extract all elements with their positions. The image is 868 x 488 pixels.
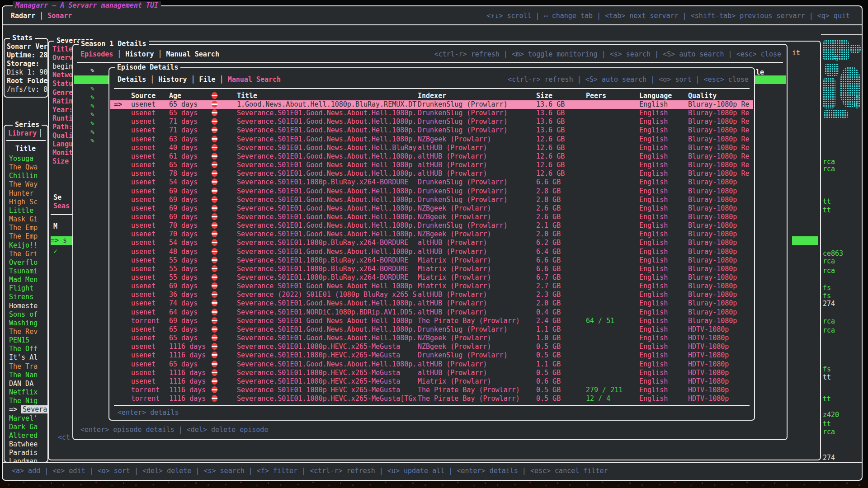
release-row[interactable]: usenet 78 days Severance.S01E01.Good.New… — [110, 169, 753, 178]
series-list-item[interactable]: DAN DA — [9, 380, 33, 388]
release-row[interactable]: usenet 65 days Severance.S01E01.Good.New… — [110, 334, 753, 343]
tab-library[interactable]: Library — [8, 129, 37, 137]
release-row[interactable]: usenet 54 days Severance.S01E01.1080p.Bl… — [110, 239, 753, 247]
tab-episodes[interactable]: Episodes — [80, 50, 113, 58]
release-row[interactable]: usenet 65 days Severance.S01E01.Good.New… — [110, 109, 753, 117]
series-list-item[interactable]: Keijo!! — [9, 241, 38, 250]
tab-history[interactable]: History — [158, 75, 187, 84]
tab-details[interactable]: Details — [118, 75, 146, 84]
series-list-item[interactable]: Sirens — [9, 293, 33, 301]
series-list-item[interactable]: Mad Men — [9, 276, 38, 284]
rejected-icon — [212, 317, 217, 324]
tab-manual-search[interactable]: Manual Search — [228, 75, 281, 84]
release-row[interactable]: torrent 69 days Severance S01E01 Good Ne… — [110, 317, 753, 325]
tab-separator: │ — [146, 75, 158, 84]
series-list-item[interactable]: The Nan — [9, 371, 38, 380]
release-row[interactable]: usenet 69 days Severance.S01E01.Good.New… — [110, 204, 753, 213]
series-list: YosugaThe QwaChillinThe WayHunterHigh Sc… — [5, 155, 47, 462]
series-list-item[interactable]: It's Al — [9, 353, 38, 362]
series-field-label: Langu — [52, 140, 74, 149]
release-row[interactable]: usenet 54 days Severance.S01E01.1080p.Bl… — [110, 178, 753, 187]
tab-radarr[interactable]: Radarr — [11, 12, 35, 20]
release-row[interactable]: => usenet 65 days 1.Good.News.About.Hell… — [110, 100, 753, 109]
series-list-item[interactable]: The Qwa — [9, 163, 38, 172]
series-list-item[interactable]: Chillin — [9, 172, 38, 180]
release-row[interactable]: usenet 36 days Severance (2022) S01E01 (… — [110, 291, 753, 299]
release-row[interactable]: usenet 61 days Severance.S01E01.Good.New… — [110, 152, 753, 161]
column-header-rejected — [212, 92, 217, 100]
release-row[interactable]: usenet 71 days Severance.S01E01.Good.New… — [110, 126, 753, 135]
series-list-item[interactable]: Sons of — [9, 310, 38, 319]
selected-season-row-fragment[interactable]: => s — [51, 236, 74, 245]
release-row[interactable]: usenet 65 days Severance.S01E01 Good New… — [110, 161, 753, 169]
rejected-icon — [212, 161, 217, 168]
series-list-item[interactable]: The Tra — [9, 362, 38, 371]
edit-text-fragment: it — [792, 49, 800, 57]
release-row[interactable]: usenet 69 days Severance.S01E01.Good.New… — [110, 196, 753, 204]
tab-separator: │ — [154, 50, 166, 58]
series-list-item[interactable]: Homeste — [9, 302, 38, 310]
series-list-item[interactable]: Paradis — [9, 449, 38, 457]
series-list-item[interactable]: The Gri — [9, 250, 38, 258]
series-list-item[interactable]: High Sc — [9, 198, 38, 206]
series-list-item[interactable]: Altered — [9, 432, 38, 440]
release-row[interactable]: usenet 1116 days Severance.S01E01.1080p.… — [110, 369, 753, 377]
release-row[interactable]: usenet 64 days Severance.S01E01.NORDiC.1… — [110, 308, 753, 317]
series-list-item[interactable]: The Way — [9, 180, 38, 189]
series-list-item[interactable]: Netflix — [9, 388, 38, 397]
series-list-item[interactable]: Landman — [9, 457, 38, 462]
series-list-item[interactable]: Hunter — [9, 189, 33, 198]
release-row[interactable]: usenet 63 days Severance.S01E01.Good.New… — [110, 135, 753, 144]
series-list-item[interactable]: Batwhee — [9, 440, 38, 449]
release-row[interactable]: usenet 55 days Severance.S01E01.1080p.Bl… — [110, 265, 753, 273]
release-row[interactable]: usenet 70 days Severance.S01E01.Good.New… — [110, 221, 753, 230]
release-row[interactable]: usenet 69 days Severance S01E01 Good New… — [110, 282, 753, 291]
series-list-item[interactable]: Mask Gi — [9, 215, 38, 224]
release-row[interactable]: usenet 69 days Severance.S01E01.Good.New… — [110, 213, 753, 221]
series-list-item[interactable]: Washing — [9, 319, 38, 328]
release-row[interactable]: usenet 40 days Severance.S01E01.Good.New… — [110, 144, 753, 152]
series-list-item[interactable]: Flight — [9, 284, 33, 293]
series-list-item[interactable]: Tsunami — [9, 267, 38, 276]
series-list-item[interactable]: The Emp — [9, 232, 38, 241]
tab-file[interactable]: File — [199, 75, 216, 84]
series-list-item[interactable]: Overflo — [9, 258, 38, 267]
series-list-item[interactable]: The Emp — [9, 224, 38, 232]
series-list-item-selected[interactable]: => Severan — [9, 405, 47, 414]
release-row[interactable]: usenet 48 days Severance.S01E01.Good.New… — [110, 248, 753, 256]
rejected-icon — [212, 274, 217, 281]
monitored-icon: ✎ — [90, 93, 99, 102]
series-list-item[interactable]: PEN15 — [9, 336, 29, 345]
stat-line: Sonarr Ver — [7, 42, 47, 51]
tab-sonarr[interactable]: Sonarr — [47, 12, 72, 20]
series-list-item[interactable]: The Rev — [9, 328, 38, 336]
release-row[interactable]: torrent 1116 days Severance.S01E01.1080p… — [110, 394, 753, 403]
series-list-item[interactable]: Dark Ga — [9, 423, 38, 432]
release-row[interactable]: usenet 74 days Severance.S01E01.Good.New… — [110, 299, 753, 308]
release-row[interactable]: usenet 1116 days Severance.S01E01.1080p.… — [110, 343, 753, 351]
release-row[interactable]: usenet 1116 days Severance.S01E01.1080p.… — [110, 351, 753, 360]
series-list-item[interactable]: Yosuga — [9, 155, 33, 163]
background-text-fragment: 274 — [823, 454, 835, 462]
series-list-item[interactable]: The Nig — [9, 397, 38, 405]
release-row[interactable]: usenet 65 days Severance.S01E01.Good.New… — [110, 360, 753, 369]
series-list-item[interactable]: The Off — [9, 345, 38, 353]
release-row[interactable]: usenet 71 days Severance.S01E01.Good.New… — [110, 117, 753, 126]
selected-episode-row-fragment[interactable]: => ✎ — [74, 75, 110, 84]
release-row[interactable]: usenet 55 days Severance.S01E01.1080p.Bl… — [110, 256, 753, 265]
release-row[interactable]: usenet 70 days Severance.S01E01.Good.New… — [110, 230, 753, 239]
release-row[interactable]: torrent 1116 days Severance S01E01 1080p… — [110, 386, 753, 394]
tab-history[interactable]: History — [125, 50, 154, 58]
tab-manual-search[interactable]: Manual Search — [166, 50, 219, 58]
series-field-label: Size — [52, 157, 74, 166]
footer-divider — [3, 462, 862, 463]
rejected-icon — [212, 343, 217, 350]
release-row[interactable]: usenet 1116 days Severance.S01E01.1080p.… — [110, 377, 753, 386]
tab-seasons-fragment[interactable]: Seas — [53, 202, 74, 211]
stat-line: Storage: — [7, 60, 39, 68]
release-row[interactable]: usenet 69 days Severance.S01E01.Good.New… — [110, 187, 753, 196]
series-list-item[interactable]: Marvel' — [9, 414, 38, 423]
release-row[interactable]: usenet 65 days Severance.S01E01.Good.New… — [110, 325, 753, 334]
release-row[interactable]: usenet 55 days Severance.S01E01.1080p.Bl… — [110, 273, 753, 282]
series-list-item[interactable]: Little — [9, 206, 33, 215]
